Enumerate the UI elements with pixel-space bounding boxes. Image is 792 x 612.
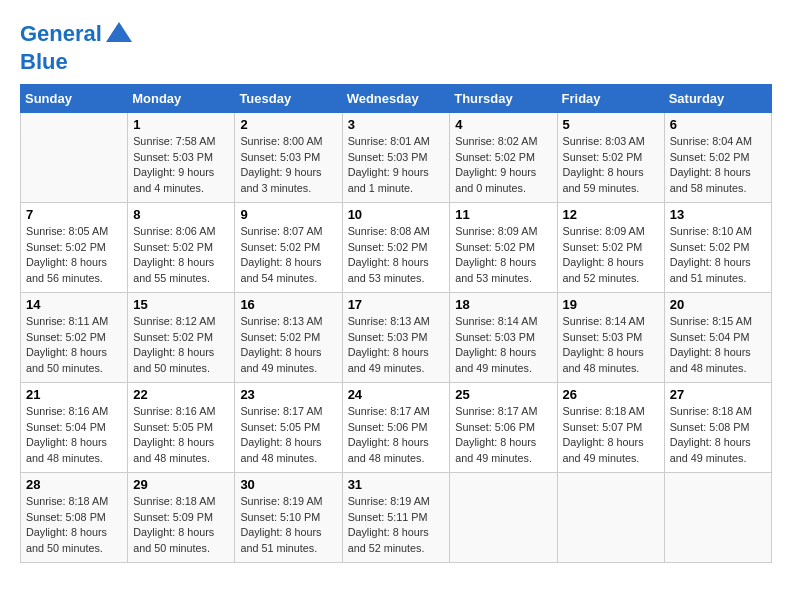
day-number: 16 <box>240 297 336 312</box>
day-number: 17 <box>348 297 445 312</box>
day-info: Sunrise: 8:09 AM Sunset: 5:02 PM Dayligh… <box>563 224 659 287</box>
day-info: Sunrise: 8:16 AM Sunset: 5:05 PM Dayligh… <box>133 404 229 467</box>
day-number: 23 <box>240 387 336 402</box>
day-number: 14 <box>26 297 122 312</box>
calendar-cell: 26Sunrise: 8:18 AM Sunset: 5:07 PM Dayli… <box>557 383 664 473</box>
day-info: Sunrise: 8:19 AM Sunset: 5:10 PM Dayligh… <box>240 494 336 557</box>
day-number: 26 <box>563 387 659 402</box>
day-number: 11 <box>455 207 551 222</box>
page-header: GeneralBlue <box>20 20 772 74</box>
calendar-cell: 1Sunrise: 7:58 AM Sunset: 5:03 PM Daylig… <box>128 113 235 203</box>
calendar-cell: 10Sunrise: 8:08 AM Sunset: 5:02 PM Dayli… <box>342 203 450 293</box>
day-info: Sunrise: 8:15 AM Sunset: 5:04 PM Dayligh… <box>670 314 766 377</box>
calendar-cell: 18Sunrise: 8:14 AM Sunset: 5:03 PM Dayli… <box>450 293 557 383</box>
weekday-header-tuesday: Tuesday <box>235 85 342 113</box>
day-number: 8 <box>133 207 229 222</box>
day-info: Sunrise: 8:18 AM Sunset: 5:08 PM Dayligh… <box>26 494 122 557</box>
day-number: 5 <box>563 117 659 132</box>
calendar-cell: 5Sunrise: 8:03 AM Sunset: 5:02 PM Daylig… <box>557 113 664 203</box>
calendar-cell: 6Sunrise: 8:04 AM Sunset: 5:02 PM Daylig… <box>664 113 771 203</box>
weekday-header-monday: Monday <box>128 85 235 113</box>
day-number: 10 <box>348 207 445 222</box>
calendar-cell: 20Sunrise: 8:15 AM Sunset: 5:04 PM Dayli… <box>664 293 771 383</box>
day-number: 29 <box>133 477 229 492</box>
calendar-cell: 17Sunrise: 8:13 AM Sunset: 5:03 PM Dayli… <box>342 293 450 383</box>
calendar-cell: 16Sunrise: 8:13 AM Sunset: 5:02 PM Dayli… <box>235 293 342 383</box>
day-info: Sunrise: 8:04 AM Sunset: 5:02 PM Dayligh… <box>670 134 766 197</box>
day-info: Sunrise: 8:02 AM Sunset: 5:02 PM Dayligh… <box>455 134 551 197</box>
weekday-header-sunday: Sunday <box>21 85 128 113</box>
day-info: Sunrise: 8:13 AM Sunset: 5:02 PM Dayligh… <box>240 314 336 377</box>
calendar-week-5: 28Sunrise: 8:18 AM Sunset: 5:08 PM Dayli… <box>21 473 772 563</box>
day-number: 25 <box>455 387 551 402</box>
day-info: Sunrise: 8:17 AM Sunset: 5:06 PM Dayligh… <box>348 404 445 467</box>
calendar-cell: 7Sunrise: 8:05 AM Sunset: 5:02 PM Daylig… <box>21 203 128 293</box>
weekday-header-thursday: Thursday <box>450 85 557 113</box>
day-info: Sunrise: 8:10 AM Sunset: 5:02 PM Dayligh… <box>670 224 766 287</box>
calendar-cell: 11Sunrise: 8:09 AM Sunset: 5:02 PM Dayli… <box>450 203 557 293</box>
calendar-cell: 25Sunrise: 8:17 AM Sunset: 5:06 PM Dayli… <box>450 383 557 473</box>
calendar-week-2: 7Sunrise: 8:05 AM Sunset: 5:02 PM Daylig… <box>21 203 772 293</box>
calendar-cell: 30Sunrise: 8:19 AM Sunset: 5:10 PM Dayli… <box>235 473 342 563</box>
day-info: Sunrise: 8:18 AM Sunset: 5:09 PM Dayligh… <box>133 494 229 557</box>
day-number: 7 <box>26 207 122 222</box>
day-number: 9 <box>240 207 336 222</box>
day-number: 3 <box>348 117 445 132</box>
calendar-body: 1Sunrise: 7:58 AM Sunset: 5:03 PM Daylig… <box>21 113 772 563</box>
day-number: 20 <box>670 297 766 312</box>
calendar-cell: 14Sunrise: 8:11 AM Sunset: 5:02 PM Dayli… <box>21 293 128 383</box>
day-info: Sunrise: 8:14 AM Sunset: 5:03 PM Dayligh… <box>455 314 551 377</box>
calendar-cell: 4Sunrise: 8:02 AM Sunset: 5:02 PM Daylig… <box>450 113 557 203</box>
day-number: 21 <box>26 387 122 402</box>
day-number: 12 <box>563 207 659 222</box>
calendar-cell: 13Sunrise: 8:10 AM Sunset: 5:02 PM Dayli… <box>664 203 771 293</box>
day-number: 31 <box>348 477 445 492</box>
day-info: Sunrise: 8:16 AM Sunset: 5:04 PM Dayligh… <box>26 404 122 467</box>
calendar-cell: 22Sunrise: 8:16 AM Sunset: 5:05 PM Dayli… <box>128 383 235 473</box>
calendar-cell: 3Sunrise: 8:01 AM Sunset: 5:03 PM Daylig… <box>342 113 450 203</box>
calendar-cell: 27Sunrise: 8:18 AM Sunset: 5:08 PM Dayli… <box>664 383 771 473</box>
calendar-week-3: 14Sunrise: 8:11 AM Sunset: 5:02 PM Dayli… <box>21 293 772 383</box>
day-info: Sunrise: 7:58 AM Sunset: 5:03 PM Dayligh… <box>133 134 229 197</box>
day-info: Sunrise: 8:08 AM Sunset: 5:02 PM Dayligh… <box>348 224 445 287</box>
calendar-week-4: 21Sunrise: 8:16 AM Sunset: 5:04 PM Dayli… <box>21 383 772 473</box>
day-info: Sunrise: 8:05 AM Sunset: 5:02 PM Dayligh… <box>26 224 122 287</box>
weekday-header-friday: Friday <box>557 85 664 113</box>
day-info: Sunrise: 8:11 AM Sunset: 5:02 PM Dayligh… <box>26 314 122 377</box>
day-number: 15 <box>133 297 229 312</box>
calendar-cell: 15Sunrise: 8:12 AM Sunset: 5:02 PM Dayli… <box>128 293 235 383</box>
logo-icon <box>104 20 134 50</box>
day-number: 27 <box>670 387 766 402</box>
calendar-cell: 19Sunrise: 8:14 AM Sunset: 5:03 PM Dayli… <box>557 293 664 383</box>
calendar-cell: 21Sunrise: 8:16 AM Sunset: 5:04 PM Dayli… <box>21 383 128 473</box>
day-number: 2 <box>240 117 336 132</box>
calendar-cell <box>21 113 128 203</box>
day-info: Sunrise: 8:13 AM Sunset: 5:03 PM Dayligh… <box>348 314 445 377</box>
day-info: Sunrise: 8:18 AM Sunset: 5:07 PM Dayligh… <box>563 404 659 467</box>
day-info: Sunrise: 8:00 AM Sunset: 5:03 PM Dayligh… <box>240 134 336 197</box>
day-info: Sunrise: 8:06 AM Sunset: 5:02 PM Dayligh… <box>133 224 229 287</box>
calendar-header: SundayMondayTuesdayWednesdayThursdayFrid… <box>21 85 772 113</box>
day-number: 28 <box>26 477 122 492</box>
calendar-cell <box>664 473 771 563</box>
day-info: Sunrise: 8:14 AM Sunset: 5:03 PM Dayligh… <box>563 314 659 377</box>
calendar-cell: 29Sunrise: 8:18 AM Sunset: 5:09 PM Dayli… <box>128 473 235 563</box>
day-info: Sunrise: 8:17 AM Sunset: 5:05 PM Dayligh… <box>240 404 336 467</box>
day-info: Sunrise: 8:09 AM Sunset: 5:02 PM Dayligh… <box>455 224 551 287</box>
calendar-cell: 8Sunrise: 8:06 AM Sunset: 5:02 PM Daylig… <box>128 203 235 293</box>
day-info: Sunrise: 8:17 AM Sunset: 5:06 PM Dayligh… <box>455 404 551 467</box>
day-info: Sunrise: 8:03 AM Sunset: 5:02 PM Dayligh… <box>563 134 659 197</box>
day-info: Sunrise: 8:12 AM Sunset: 5:02 PM Dayligh… <box>133 314 229 377</box>
weekday-header-row: SundayMondayTuesdayWednesdayThursdayFrid… <box>21 85 772 113</box>
calendar-cell: 2Sunrise: 8:00 AM Sunset: 5:03 PM Daylig… <box>235 113 342 203</box>
day-number: 13 <box>670 207 766 222</box>
day-info: Sunrise: 8:18 AM Sunset: 5:08 PM Dayligh… <box>670 404 766 467</box>
calendar-cell: 28Sunrise: 8:18 AM Sunset: 5:08 PM Dayli… <box>21 473 128 563</box>
day-number: 1 <box>133 117 229 132</box>
day-info: Sunrise: 8:19 AM Sunset: 5:11 PM Dayligh… <box>348 494 445 557</box>
day-number: 19 <box>563 297 659 312</box>
day-number: 18 <box>455 297 551 312</box>
logo: GeneralBlue <box>20 20 134 74</box>
day-number: 6 <box>670 117 766 132</box>
day-number: 24 <box>348 387 445 402</box>
